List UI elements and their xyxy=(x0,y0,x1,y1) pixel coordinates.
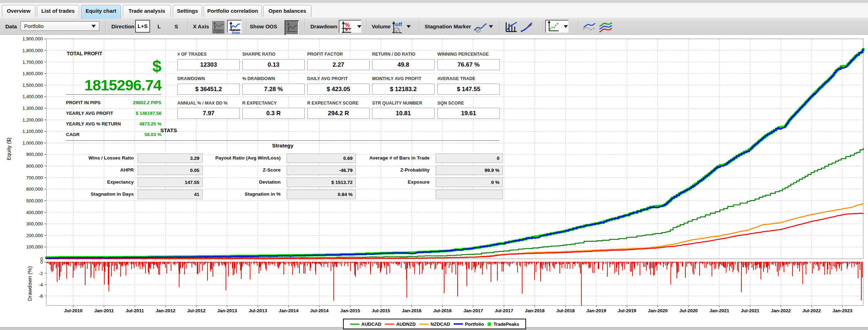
svg-text:Jan-2012: Jan-2012 xyxy=(156,308,176,313)
svg-text:Jul-2017: Jul-2017 xyxy=(495,308,513,313)
svg-text:Jan-2019: Jan-2019 xyxy=(586,308,606,313)
svg-text:1,700,000: 1,700,000 xyxy=(22,60,43,65)
svg-text:1,200,000: 1,200,000 xyxy=(22,117,43,123)
svg-text:0: 0 xyxy=(40,259,43,265)
svg-text:Jan-2018: Jan-2018 xyxy=(525,308,545,313)
svg-text:Jan-2015: Jan-2015 xyxy=(340,308,360,313)
svg-text:Drawdown (%): Drawdown (%) xyxy=(27,266,33,301)
svg-text:1,800,000: 1,800,000 xyxy=(22,48,43,53)
svg-text:Jan-2017: Jan-2017 xyxy=(463,308,483,313)
svg-text:300,000: 300,000 xyxy=(26,221,43,226)
svg-text:800,000: 800,000 xyxy=(26,163,43,169)
svg-text:1,900,000: 1,900,000 xyxy=(22,36,43,41)
svg-text:-2: -2 xyxy=(39,271,43,276)
svg-text:1,300,000: 1,300,000 xyxy=(22,106,43,111)
svg-text:Jul-2018: Jul-2018 xyxy=(556,308,575,313)
svg-text:500,000: 500,000 xyxy=(26,198,43,203)
svg-text:Equity ($): Equity ($) xyxy=(6,138,12,160)
svg-text:Jan-2023: Jan-2023 xyxy=(833,308,852,313)
svg-text:Jan-2022: Jan-2022 xyxy=(771,308,791,313)
svg-text:Jan-2013: Jan-2013 xyxy=(217,308,237,313)
svg-text:Jul-2016: Jul-2016 xyxy=(433,308,452,313)
svg-text:1,500,000: 1,500,000 xyxy=(22,83,43,88)
svg-text:Jan-2014: Jan-2014 xyxy=(279,308,299,313)
svg-text:-4: -4 xyxy=(39,282,43,287)
svg-text:Jul-2012: Jul-2012 xyxy=(187,308,205,313)
svg-text:1,000,000: 1,000,000 xyxy=(22,140,43,146)
svg-text:Jan-2020: Jan-2020 xyxy=(648,308,668,313)
svg-text:1,100,000: 1,100,000 xyxy=(22,129,43,134)
svg-text:Jul-2013: Jul-2013 xyxy=(249,308,267,313)
svg-text:Jan-2021: Jan-2021 xyxy=(709,308,729,313)
svg-text:Jul-2021: Jul-2021 xyxy=(741,308,759,313)
svg-text:100,000: 100,000 xyxy=(26,244,43,250)
svg-text:Jul-2014: Jul-2014 xyxy=(310,308,329,313)
svg-text:-6: -6 xyxy=(39,293,43,299)
svg-text:1,600,000: 1,600,000 xyxy=(22,71,43,76)
svg-text:900,000: 900,000 xyxy=(26,152,43,157)
svg-text:Jan-2016: Jan-2016 xyxy=(402,308,422,313)
svg-text:200,000: 200,000 xyxy=(26,233,43,238)
svg-text:Jul-2010: Jul-2010 xyxy=(64,308,82,313)
svg-text:Jul-2020: Jul-2020 xyxy=(679,308,698,313)
svg-text:400,000: 400,000 xyxy=(26,210,43,215)
svg-text:Jan-2011: Jan-2011 xyxy=(94,308,114,313)
svg-text:Jul-2022: Jul-2022 xyxy=(802,308,821,313)
svg-text:Jul-2011: Jul-2011 xyxy=(126,308,144,313)
svg-text:Jul-2015: Jul-2015 xyxy=(372,308,390,313)
svg-text:Jul-2019: Jul-2019 xyxy=(618,308,636,313)
svg-text:700,000: 700,000 xyxy=(26,175,43,180)
svg-text:1,400,000: 1,400,000 xyxy=(22,94,43,99)
svg-text:600,000: 600,000 xyxy=(26,186,43,192)
